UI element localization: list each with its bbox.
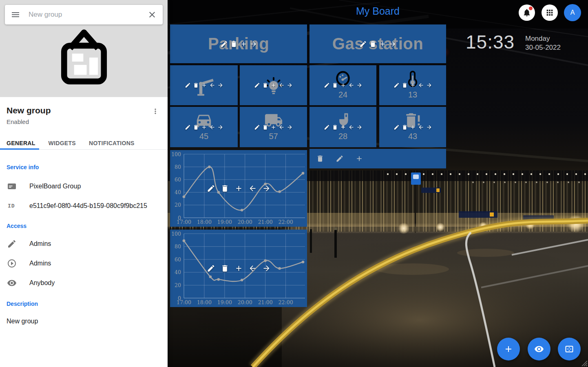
arrow-right-icon[interactable] (287, 82, 293, 88)
pencil-icon[interactable] (207, 264, 215, 273)
arrow-left-icon[interactable] (418, 124, 424, 130)
clock-time[interactable]: 15:33 (466, 31, 515, 53)
add-widget-fab[interactable] (497, 338, 520, 360)
trash-icon[interactable] (402, 124, 408, 130)
notifications-button[interactable] (519, 4, 535, 21)
pencil-icon[interactable] (336, 155, 344, 163)
line-chart-widget-2[interactable]: 02040608010017:0018:0019:0020:0021:0022:… (170, 230, 307, 307)
plus-icon[interactable] (270, 82, 276, 88)
trash-icon[interactable] (193, 82, 199, 88)
arrow-right-icon[interactable] (356, 124, 363, 130)
plus-icon[interactable] (201, 82, 207, 88)
trash-icon[interactable] (369, 40, 377, 48)
tile-value: 45 (199, 132, 208, 141)
plus-icon[interactable] (340, 124, 346, 130)
trash-icon[interactable] (221, 184, 229, 193)
trash-icon[interactable] (332, 82, 338, 88)
widget-tile-trucks[interactable]: 57 (240, 107, 307, 147)
arrow-left-icon[interactable] (279, 82, 285, 88)
plus-icon[interactable] (201, 124, 207, 130)
group-options-button[interactable] (150, 106, 161, 117)
svg-text:80: 80 (175, 164, 181, 170)
plus-icon[interactable] (270, 124, 276, 130)
access-run-row[interactable]: Admins (0, 255, 168, 272)
trash-icon[interactable] (193, 124, 199, 130)
plus-icon[interactable] (340, 82, 346, 88)
plus-icon[interactable] (379, 40, 387, 48)
apps-menu-button[interactable] (542, 4, 558, 21)
arrow-left-icon[interactable] (279, 124, 285, 130)
pencil-icon[interactable] (324, 124, 330, 130)
arrow-left-icon[interactable] (209, 124, 215, 130)
service-id-row[interactable]: ID e511c9ef-08f0-44d5-b159-080c9f9bc215 (0, 198, 168, 214)
svg-text:22:00: 22:00 (279, 219, 293, 225)
widget-tile-toilet[interactable]: 28 (309, 107, 376, 147)
line-chart-widget-1[interactable]: 02040608010017:0018:0019:0020:0021:0022:… (170, 150, 307, 227)
arrow-right-icon[interactable] (217, 124, 223, 130)
plus-icon[interactable] (355, 155, 363, 163)
trash-icon[interactable] (221, 264, 229, 273)
arrow-right-icon[interactable] (389, 40, 396, 48)
arrow-left-icon[interactable] (348, 82, 354, 88)
trash-icon[interactable] (230, 40, 238, 48)
pencil-icon[interactable] (207, 184, 215, 193)
arrow-right-icon[interactable] (262, 184, 271, 193)
arrow-left-icon[interactable] (248, 264, 257, 273)
service-type-row[interactable]: PixelBoard Group (0, 178, 168, 195)
pencil-icon[interactable] (254, 124, 260, 130)
trash-icon[interactable] (402, 82, 408, 88)
arrow-right-icon[interactable] (356, 82, 363, 88)
group-name-input[interactable] (28, 10, 147, 19)
close-panel-button[interactable] (147, 10, 157, 20)
arrow-right-icon[interactable] (262, 264, 271, 273)
tab-widgets[interactable]: WIDGETS (49, 137, 76, 149)
plus-icon[interactable] (240, 40, 248, 48)
group-settings-panel: New group Enabled GENERAL WIDGETS NOTIFI… (0, 0, 168, 367)
trash-icon[interactable] (316, 155, 324, 163)
pencil-icon[interactable] (324, 82, 330, 88)
arrow-right-icon[interactable] (426, 82, 432, 88)
plus-icon[interactable] (234, 184, 243, 193)
pencil-icon[interactable] (393, 124, 400, 130)
pencil-icon[interactable] (220, 40, 228, 48)
widget-tile-lightbulb[interactable] (240, 65, 307, 105)
access-edit-row[interactable]: Admins (0, 236, 168, 252)
group-header-parking[interactable]: Parking (170, 24, 307, 63)
widget-tile-waste[interactable]: 43 (379, 107, 446, 147)
trash-icon[interactable] (332, 124, 338, 130)
plus-icon[interactable] (410, 124, 416, 130)
plus-icon[interactable] (410, 82, 416, 88)
pencil-icon[interactable] (185, 82, 191, 88)
widget-tile-barrier[interactable] (170, 65, 238, 105)
user-avatar[interactable]: A (564, 4, 581, 21)
tab-notifications[interactable]: NOTIFICATIONS (89, 137, 135, 149)
arrow-right-icon[interactable] (426, 124, 432, 130)
pencil-icon[interactable] (185, 124, 191, 130)
date-widget[interactable]: Monday 30-05-2022 (525, 34, 561, 52)
arrow-right-icon[interactable] (250, 40, 257, 48)
arrow-left-icon[interactable] (209, 82, 215, 88)
widget-tile-thermometer[interactable]: 13 (379, 65, 446, 105)
arrow-left-icon[interactable] (418, 82, 424, 88)
group-header-gas-station[interactable]: Gas station (309, 24, 446, 63)
pencil-icon[interactable] (359, 40, 367, 48)
widget-tile-gauge[interactable]: 24 (309, 65, 376, 105)
plus-icon[interactable] (234, 264, 243, 273)
trash-icon[interactable] (262, 124, 268, 130)
preview-fab[interactable] (528, 338, 550, 360)
pencil-icon[interactable] (393, 82, 400, 88)
arrow-right-icon[interactable] (287, 124, 293, 130)
arrow-left-icon[interactable] (248, 184, 257, 193)
fullscreen-fab[interactable] (558, 338, 581, 360)
arrow-right-icon[interactable] (217, 82, 223, 88)
access-view-row[interactable]: Anybody (0, 275, 168, 291)
widget-tile-cars[interactable]: 45 (170, 107, 238, 147)
tab-general[interactable]: GENERAL (7, 137, 35, 149)
trash-icon[interactable] (262, 82, 268, 88)
menu-button[interactable] (11, 10, 20, 20)
pencil-icon[interactable] (254, 82, 260, 88)
arrow-left-icon[interactable] (348, 124, 354, 130)
service-type-value: PixelBoard Group (29, 183, 81, 190)
group-actions-bar[interactable] (309, 149, 446, 168)
resize-handle[interactable] (580, 359, 588, 367)
